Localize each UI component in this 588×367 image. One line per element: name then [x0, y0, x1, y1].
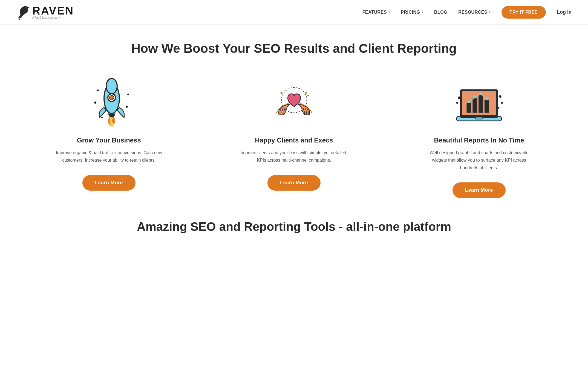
login-link[interactable]: Log In: [557, 9, 572, 15]
svg-point-14: [101, 117, 103, 118]
logo-tagline: A TapClicks company: [32, 16, 74, 19]
features-chevron-icon: ▾: [388, 11, 390, 14]
svg-point-17: [307, 95, 309, 97]
logo-area: RAVEN A TapClicks company: [16, 5, 74, 20]
chart-laptop-icon: [452, 77, 506, 128]
card-beautiful-reports: Beautiful Reports In No Time Well design…: [422, 75, 537, 198]
pricing-chevron-icon: ▾: [422, 11, 423, 14]
svg-point-35: [497, 107, 499, 109]
heart-hands-icon: [269, 77, 319, 128]
page-title: How We Boost Your SEO Results and Client…: [22, 41, 566, 56]
nav-resources[interactable]: RESOURCES ▾: [458, 10, 490, 15]
logo-brand-name: RAVEN: [32, 5, 74, 16]
card-happy-clients: Happy Clients and Execs Impress clients …: [237, 75, 351, 190]
bottom-section-title: Amazing SEO and Reporting Tools - all-in…: [22, 220, 566, 234]
try-it-free-button[interactable]: TRY IT FREE: [501, 6, 546, 19]
svg-point-4: [106, 78, 117, 94]
card-grow-business-title: Grow Your Business: [77, 136, 141, 144]
card-happy-clients-title: Happy Clients and Execs: [255, 136, 333, 144]
main-content: How We Boost Your SEO Results and Client…: [0, 25, 588, 255]
svg-point-16: [305, 91, 307, 93]
svg-point-11: [94, 101, 96, 104]
svg-point-2: [27, 7, 27, 7]
svg-rect-24: [479, 95, 483, 112]
logo-text-block: RAVEN A TapClicks company: [32, 5, 74, 19]
card-grow-business: Grow Your Business Improve organic & pai…: [51, 75, 166, 190]
feature-cards-row: Grow Your Business Improve organic & pai…: [22, 75, 566, 198]
card-beautiful-reports-desc: Well designed graphs and charts and cust…: [422, 149, 537, 171]
nav-features[interactable]: FEATURES ▾: [362, 10, 390, 15]
card-beautiful-reports-title: Beautiful Reports In No Time: [434, 136, 524, 144]
svg-point-18: [280, 92, 282, 94]
svg-point-33: [499, 95, 501, 98]
nav-blog[interactable]: BLOG: [434, 10, 447, 15]
svg-rect-30: [475, 117, 483, 119]
card-happy-clients-desc: Impress clients and your boss with simpl…: [237, 149, 351, 164]
nav-pricing[interactable]: PRICING ▾: [401, 10, 423, 15]
svg-point-32: [456, 102, 458, 104]
card-grow-business-desc: Improve organic & paid traffic + convers…: [51, 149, 166, 164]
svg-rect-25: [485, 100, 489, 112]
svg-point-6: [109, 95, 114, 100]
svg-rect-22: [467, 103, 471, 112]
heart-hands-icon-area: [264, 75, 324, 130]
svg-point-31: [458, 96, 460, 99]
svg-point-10: [97, 89, 99, 91]
rocket-icon: [82, 75, 136, 130]
raven-logo-icon: [16, 5, 30, 20]
svg-rect-23: [472, 98, 477, 113]
svg-point-34: [501, 102, 503, 104]
svg-point-13: [126, 106, 128, 108]
svg-point-9: [112, 117, 115, 124]
learn-more-beautiful-reports-button[interactable]: Learn More: [452, 182, 506, 198]
site-header: RAVEN A TapClicks company FEATURES ▾ PRI…: [0, 0, 588, 25]
learn-more-grow-business-button[interactable]: Learn More: [82, 175, 136, 191]
main-nav: FEATURES ▾ PRICING ▾ BLOG RESOURCES ▾ TR…: [362, 6, 572, 19]
resources-chevron-icon: ▾: [489, 11, 491, 14]
svg-point-12: [127, 94, 129, 95]
svg-point-0: [24, 6, 28, 10]
chart-laptop-icon-area: [449, 75, 509, 130]
rocket-icon-area: [79, 75, 139, 130]
learn-more-happy-clients-button[interactable]: Learn More: [267, 175, 321, 191]
